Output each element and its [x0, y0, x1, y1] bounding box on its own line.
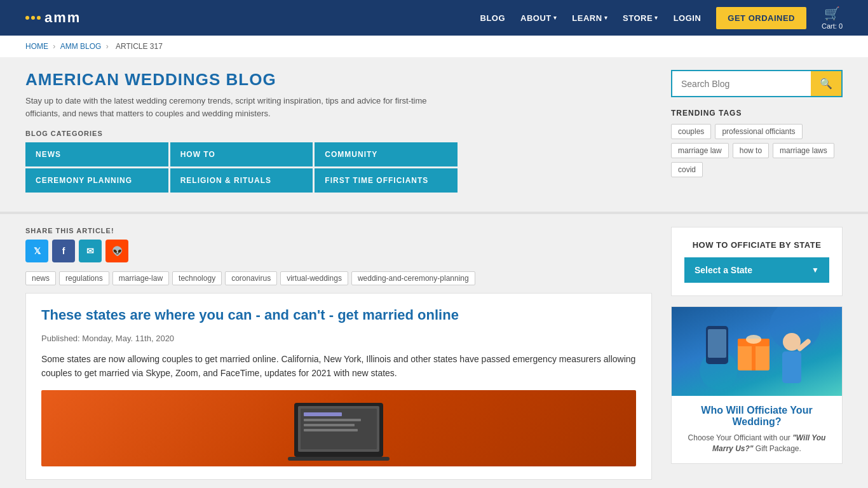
state-select-button[interactable]: Select a State ▼	[684, 257, 829, 283]
logo-text: amm	[44, 10, 81, 26]
svg-rect-7	[288, 457, 390, 461]
blog-sidebar: 🔍 TRENDING TAGS couples professional off…	[671, 70, 843, 193]
article-tag-regulations[interactable]: regulations	[59, 271, 109, 285]
tag-marriage-laws[interactable]: marriage laws	[773, 143, 834, 158]
trending-tags-label: TRENDING TAGS	[671, 109, 843, 118]
tags-row-1: couples professional officiants	[671, 124, 843, 139]
tag-professional-officiants[interactable]: professional officiants	[715, 124, 802, 139]
email-icon: ✉	[86, 246, 94, 256]
store-arrow-icon: ▾	[654, 15, 658, 21]
officiate-card-image	[672, 307, 842, 396]
state-box-title: HOW TO OFFICIATE BY STATE	[684, 240, 829, 250]
blog-title: AMERICAN WEDDINGS BLOG	[25, 70, 652, 90]
blog-header-section: AMERICAN WEDDINGS BLOG Stay up to date w…	[0, 57, 868, 212]
share-reddit-button[interactable]: 👽	[105, 240, 128, 262]
state-box: HOW TO OFFICIATE BY STATE Select a State…	[671, 227, 843, 296]
breadcrumb: HOME › AMM BLOG › ARTICLE 317	[25, 42, 843, 51]
svg-rect-3	[304, 412, 342, 416]
nav-blog[interactable]: BLOG	[480, 13, 506, 23]
article-left-col: SHARE THIS ARTICLE! 𝕏 f ✉ 👽 news regulat…	[25, 227, 652, 488]
cat-religion-rituals[interactable]: RELIGION & RITUALS	[170, 168, 313, 193]
blog-left-col: AMERICAN WEDDINGS BLOG Stay up to date w…	[25, 70, 652, 193]
article-section: SHARE THIS ARTICLE! 𝕏 f ✉ 👽 news regulat…	[0, 214, 868, 488]
nav-login[interactable]: LOGIN	[674, 13, 702, 23]
cat-news[interactable]: NEWS	[25, 142, 168, 166]
officiate-illustration	[693, 307, 820, 396]
article-right-col: HOW TO OFFICIATE BY STATE Select a State…	[671, 227, 843, 488]
nav-store[interactable]: STORE ▾	[623, 13, 658, 23]
article-illustration	[275, 393, 402, 463]
breadcrumb-bar: HOME › AMM BLOG › ARTICLE 317	[0, 36, 868, 57]
blog-subtitle: Stay up to date with the latest wedding …	[25, 95, 458, 119]
logo-dot-3	[37, 16, 41, 20]
state-select-arrow-icon: ▼	[811, 266, 819, 274]
about-arrow-icon: ▾	[553, 15, 557, 21]
cat-how-to[interactable]: HOW TO	[170, 142, 313, 166]
svg-rect-18	[782, 351, 801, 383]
categories-label: BLOG CATEGORIES	[25, 130, 652, 137]
svg-rect-6	[304, 429, 358, 431]
share-twitter-button[interactable]: 𝕏	[25, 240, 48, 262]
svg-rect-11	[708, 329, 726, 358]
share-facebook-button[interactable]: f	[52, 240, 75, 262]
article-tag-coronavirus[interactable]: coronavirus	[225, 271, 277, 285]
search-box: 🔍	[671, 70, 843, 97]
article-tag-wedding-ceremony-planning[interactable]: wedding-and-ceremony-planning	[351, 271, 475, 285]
share-email-button[interactable]: ✉	[79, 240, 102, 262]
article-tags: news regulations marriage-law technology…	[25, 271, 652, 285]
tag-covid[interactable]: covid	[671, 162, 703, 177]
tag-how-to[interactable]: how to	[733, 143, 769, 158]
article-published: Published: Monday, May. 11th, 2020	[41, 334, 636, 343]
article-body: Some states are now allowing couples to …	[41, 352, 636, 381]
nav-learn[interactable]: LEARN ▾	[572, 13, 607, 23]
cart-icon[interactable]: 🛒 Cart: 0	[822, 6, 843, 30]
tags-row-2: marriage law how to marriage laws	[671, 143, 843, 158]
svg-rect-4	[304, 419, 361, 421]
get-ordained-button[interactable]: GET ORDAINED	[716, 7, 806, 29]
officiate-card-text: Who Will Officiate Your Wedding? Choose …	[672, 396, 842, 463]
officiate-card: Who Will Officiate Your Wedding? Choose …	[671, 306, 843, 464]
svg-rect-5	[304, 424, 355, 426]
twitter-icon: 𝕏	[34, 246, 41, 256]
article-tag-news[interactable]: news	[25, 271, 56, 285]
share-label: SHARE THIS ARTICLE!	[25, 227, 652, 234]
learn-arrow-icon: ▾	[604, 15, 608, 21]
search-icon: 🔍	[820, 78, 832, 89]
article-tag-marriage-law[interactable]: marriage-law	[112, 271, 169, 285]
search-button[interactable]: 🔍	[811, 71, 841, 96]
tag-marriage-law[interactable]: marriage law	[671, 143, 729, 158]
cart-symbol-icon: 🛒	[824, 6, 840, 21]
article-box: These states are where you can - and can…	[25, 293, 652, 480]
tags-row-3: covid	[671, 162, 843, 177]
search-input[interactable]	[672, 72, 811, 95]
reddit-icon: 👽	[112, 246, 123, 256]
breadcrumb-sep-2: ›	[106, 42, 111, 51]
main-nav: BLOG ABOUT ▾ LEARN ▾ STORE ▾ LOGIN GET O…	[480, 6, 843, 30]
svg-point-16	[746, 335, 761, 344]
facebook-icon: f	[62, 246, 65, 256]
site-header: amm BLOG ABOUT ▾ LEARN ▾ STORE ▾ LOGIN G…	[0, 0, 868, 36]
officiate-card-title: Who Will Officiate Your Wedding?	[682, 405, 832, 428]
cat-first-time-officiants[interactable]: FIRST TIME OFFICIANTS	[315, 168, 458, 193]
breadcrumb-amm-blog[interactable]: AMM BLOG	[60, 42, 102, 51]
article-headline: These states are where you can - and can…	[41, 306, 636, 325]
breadcrumb-sep-1: ›	[53, 42, 57, 51]
cat-ceremony-planning[interactable]: CEREMONY PLANNING	[25, 168, 168, 193]
breadcrumb-current: ARTICLE 317	[116, 42, 163, 51]
logo-dot-1	[25, 16, 29, 20]
officiate-card-desc: Choose Your Officiant with our "Will You…	[682, 433, 832, 454]
tag-couples[interactable]: couples	[671, 124, 711, 139]
categories-grid: NEWS HOW TO COMMUNITY CEREMONY PLANNING …	[25, 142, 458, 193]
cart-label: Cart: 0	[822, 22, 843, 30]
share-buttons: 𝕏 f ✉ 👽	[25, 240, 652, 262]
logo-dot-2	[31, 16, 35, 20]
article-image	[41, 390, 636, 466]
article-tag-technology[interactable]: technology	[172, 271, 222, 285]
breadcrumb-home[interactable]: HOME	[25, 42, 48, 51]
logo[interactable]: amm	[25, 10, 81, 26]
article-tag-virtual-weddings[interactable]: virtual-weddings	[280, 271, 348, 285]
logo-dots	[25, 16, 41, 20]
cat-community[interactable]: COMMUNITY	[315, 142, 458, 166]
nav-about[interactable]: ABOUT ▾	[520, 13, 557, 23]
state-select-label: Select a State	[695, 265, 752, 275]
